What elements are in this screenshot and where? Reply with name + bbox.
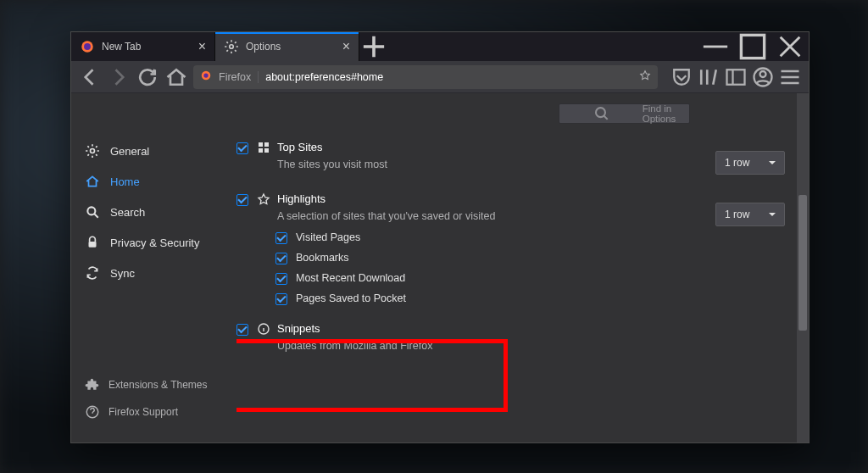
tab-new-tab[interactable]: New Tab × [71, 32, 215, 61]
section-desc: Updates from Mozilla and Firefox [277, 340, 432, 352]
sidebar-item-privacy[interactable]: Privacy & Security [78, 227, 239, 258]
find-in-options[interactable]: Find in Options [559, 103, 690, 124]
forward-button[interactable] [107, 65, 131, 89]
tab-label: New Tab [102, 41, 141, 53]
dropdown-highlights-rows[interactable]: 1 row [715, 203, 785, 226]
sidebar-item-general[interactable]: General [78, 136, 239, 166]
checkbox-bookmarks[interactable] [275, 253, 287, 264]
firefox-icon [80, 39, 95, 54]
svg-rect-6 [727, 70, 745, 85]
svg-rect-14 [259, 142, 263, 147]
checkbox-snippets[interactable] [236, 324, 248, 336]
sidebar-item-sync[interactable]: Sync [78, 258, 239, 288]
svg-point-2 [230, 45, 234, 49]
sidebar-bottom: Extensions & Themes Firefox Support [78, 371, 239, 426]
section-desc: A selection of sites that you've saved o… [277, 210, 495, 222]
content-area: Find in Options General Home Search Priv… [71, 93, 809, 442]
library-icon[interactable] [697, 65, 721, 89]
svg-rect-17 [264, 148, 269, 153]
sub-visited: Visited Pages [236, 227, 792, 248]
svg-point-8 [760, 71, 766, 77]
grid-icon [257, 141, 270, 154]
home-button[interactable] [164, 65, 188, 89]
section-desc: The sites you visit most [277, 159, 387, 170]
close-button[interactable] [771, 32, 809, 61]
url-text: about:preferences#home [265, 71, 383, 83]
gear-icon [224, 39, 239, 54]
home-icon [85, 174, 100, 189]
sidebar-item-label: Extensions & Themes [108, 379, 208, 391]
section-title: Highlights [277, 192, 495, 205]
tab-options[interactable]: Options × [215, 32, 359, 61]
info-icon [257, 322, 270, 336]
dropdown-topsites-rows[interactable]: 1 row [715, 151, 785, 175]
svg-rect-15 [264, 142, 269, 147]
sidebar-item-label: General [110, 145, 149, 158]
sub-pocket: Pages Saved to Pocket [236, 288, 792, 309]
maximize-button[interactable] [734, 32, 771, 61]
sync-icon [85, 265, 100, 281]
puzzle-icon [85, 377, 100, 392]
gear-icon [85, 143, 100, 159]
sidebar-item-label: Sync [110, 267, 135, 280]
sidebar-item-label: Firefox Support [108, 406, 178, 418]
sub-download: Most Recent Download [236, 268, 792, 288]
window-controls [697, 32, 809, 61]
svg-point-5 [203, 73, 208, 77]
sidebar-item-home[interactable]: Home [78, 166, 239, 197]
checkbox-visited[interactable] [275, 232, 287, 244]
reload-button[interactable] [136, 65, 159, 89]
account-icon[interactable] [751, 65, 775, 89]
checkbox-topsites[interactable] [236, 142, 248, 154]
section-title: Top Sites [277, 141, 387, 153]
svg-point-1 [84, 43, 91, 50]
sidebar-item-search[interactable]: Search [78, 197, 239, 227]
settings-sidebar: General Home Search Privacy & Security S… [78, 136, 239, 288]
close-icon[interactable]: × [342, 40, 350, 53]
firefox-icon [200, 70, 212, 84]
checkbox-pocket[interactable] [275, 293, 287, 305]
tab-bar: New Tab × Options × [71, 32, 809, 61]
checkbox-download[interactable] [275, 273, 287, 285]
svg-rect-12 [89, 242, 97, 248]
find-placeholder: Find in Options [643, 103, 682, 124]
back-button[interactable] [78, 65, 102, 89]
lock-icon [85, 235, 100, 250]
svg-rect-3 [741, 35, 764, 58]
toolbar: Firefox about:preferences#home [71, 61, 809, 93]
svg-rect-16 [259, 148, 263, 153]
scrollbar[interactable] [797, 93, 809, 442]
sidebar-icon[interactable] [724, 65, 748, 89]
save-pocket-icon[interactable] [670, 65, 693, 89]
tab-label: Options [246, 41, 281, 53]
new-tab-button[interactable] [359, 32, 388, 61]
svg-point-9 [596, 108, 605, 117]
bookmark-star-icon[interactable] [639, 70, 651, 84]
svg-point-11 [87, 207, 95, 214]
section-title: Snippets [277, 322, 432, 335]
close-icon[interactable]: × [198, 40, 206, 53]
sidebar-item-label: Privacy & Security [110, 236, 199, 249]
sidebar-extensions[interactable]: Extensions & Themes [78, 371, 239, 398]
svg-point-10 [91, 149, 95, 153]
sub-bookmarks: Bookmarks [236, 248, 792, 268]
browser-window: New Tab × Options × Firefox about:prefer… [70, 31, 810, 443]
checkbox-highlights[interactable] [236, 194, 248, 206]
main-panel: Top Sites The sites you visit most 1 row… [236, 136, 792, 434]
url-prefix: Firefox [219, 71, 259, 83]
minimize-button[interactable] [697, 32, 734, 61]
url-bar[interactable]: Firefox about:preferences#home [193, 65, 658, 89]
help-icon [85, 404, 100, 420]
sidebar-item-label: Search [110, 206, 145, 219]
menu-icon[interactable] [778, 65, 802, 89]
highlights-icon [257, 192, 270, 206]
sidebar-item-label: Home [110, 175, 140, 188]
sidebar-support[interactable]: Firefox Support [78, 398, 239, 426]
search-icon [85, 204, 100, 220]
